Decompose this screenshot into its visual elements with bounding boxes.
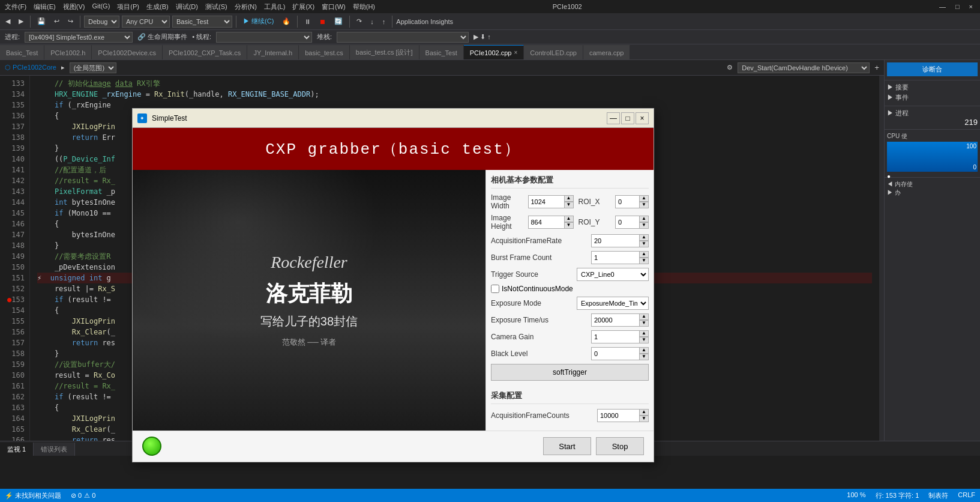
step-over-btn[interactable]: ↷ [353,15,365,28]
back-btn[interactable]: ◀ [2,15,13,28]
menu-window[interactable]: 窗口(W) [322,2,346,11]
spinner-down-black[interactable]: ▼ [639,354,649,360]
menu-analyze[interactable]: 分析(N) [235,2,257,11]
tab-basic-test-cs[interactable]: basic_test.cs [299,45,350,59]
spinner-down-roi-y[interactable]: ▼ [639,222,649,229]
input-burst[interactable] [591,251,639,264]
tab-basic-test-design[interactable]: basic_test.cs [设计] [350,45,419,59]
spinner-down-roi-x[interactable]: ▼ [639,202,649,208]
undo-btn[interactable]: ↩ [51,15,62,28]
bottom-tab-watch[interactable]: 监视 1 [0,443,34,456]
tab-jy-internal[interactable]: JY_Internal.h [247,45,299,59]
project-select[interactable]: Basic_Test [172,16,232,28]
label-burst: Burst Frame Count [491,253,591,262]
spinner-up-burst[interactable]: ▲ [639,251,649,258]
save-btn[interactable]: 💾 [34,15,49,28]
expand-btn[interactable]: + [874,63,879,72]
spinner-down-burst[interactable]: ▼ [639,258,649,264]
scroll-bar[interactable] [879,76,884,441]
menu-file[interactable]: 文件(F) [5,2,26,11]
diagnostic-summary[interactable]: ▶ 接要 [887,83,978,92]
stack-select[interactable] [337,32,469,43]
input-image-height[interactable] [528,216,564,229]
stop-btn[interactable]: Stop [596,437,644,455]
spinner-up-acq[interactable]: ▲ [639,409,649,416]
book-background: Rockefeller 洛克菲勒 写给儿子的38封信 范敬然 ── 译者 [133,170,485,431]
stop-btn[interactable]: ⏹ [316,15,329,28]
spinner-down-image-width[interactable]: ▼ [564,202,574,208]
tab-pcie-device[interactable]: PCIe1002Device.cs [92,45,163,59]
spinner-up-framerate[interactable]: ▲ [639,234,649,241]
spinner-up-roi-y[interactable]: ▲ [639,216,649,222]
function-select[interactable]: Dev_Start(CamDevHandle hDevice) [738,62,870,73]
step-out-btn[interactable]: ↑ [379,15,389,28]
input-acq-count[interactable] [597,409,639,422]
spinner-up-exposure[interactable]: ▲ [639,313,649,320]
tab-controlled[interactable]: ControlLED.cpp [524,45,583,59]
tab-pcie-h[interactable]: PCIe1002.h [44,45,92,59]
continue-btn[interactable]: ▶ 继续(C) [240,15,277,28]
pause-btn[interactable]: ⏸ [301,15,314,28]
maximize-btn[interactable]: □ [953,3,962,10]
tab-basic-test[interactable]: Basic_Test [0,45,44,59]
bottom-tab-errors[interactable]: 错误列表 [34,443,75,456]
spinner-up-black[interactable]: ▲ [639,347,649,354]
tab-basic-test-2[interactable]: Basic_Test [419,45,464,59]
tab-pcie1002-cpp[interactable]: PCIe1002.cpp × [464,45,525,59]
input-black-level[interactable] [591,347,639,360]
spinner-up-image-height[interactable]: ▲ [564,216,574,222]
spinner-down-exposure[interactable]: ▼ [639,320,649,327]
step-into-btn[interactable]: ↓ [367,15,377,28]
checkbox-continuous[interactable] [491,285,499,293]
start-btn[interactable]: Start [543,437,591,455]
select-exposure-mode[interactable]: ExposureMode_Tim▾ [577,297,649,310]
input-gain[interactable] [591,330,639,343]
tab-pcie-task[interactable]: PCIe1002_CXP_Task.cs [163,45,247,59]
input-image-width[interactable] [528,195,564,208]
hot-reload-btn[interactable]: 🔥 [279,15,293,28]
close-btn[interactable]: × [967,3,975,10]
menu-git[interactable]: Git(G) [92,2,110,11]
redo-btn[interactable]: ↪ [65,15,76,28]
spinner-up-image-width[interactable]: ▲ [564,195,574,202]
scope-select[interactable]: (全局范围) [70,62,116,73]
minimize-btn[interactable]: — [937,3,948,10]
input-exposure-time[interactable] [591,313,639,327]
menu-view[interactable]: 视图(V) [63,2,85,11]
dialog-maximize-btn[interactable]: □ [621,112,634,124]
forward-btn[interactable]: ▶ [16,15,26,28]
cpu-target-select[interactable]: Any CPU [122,16,170,28]
input-framerate[interactable] [591,234,639,247]
thread-select[interactable] [216,32,312,43]
soft-trigger-btn[interactable]: softTrigger [491,364,649,381]
dialog-minimize-btn[interactable]: — [607,112,620,124]
thread-label: • 线程: [192,32,211,41]
menu-project[interactable]: 项目(P) [117,2,139,11]
menu-debug[interactable]: 调试(D) [176,2,198,11]
spinner-down-framerate[interactable]: ▼ [639,241,649,247]
spinner-up-gain[interactable]: ▲ [639,330,649,337]
menu-help[interactable]: 帮助(H) [353,2,375,11]
spinner-up-roi-x[interactable]: ▲ [639,195,649,202]
book-title-en: Rockefeller [168,253,450,272]
menu-test[interactable]: 测试(S) [205,2,227,11]
diagnostic-events[interactable]: ▶ 事件 [887,93,978,102]
spinner-down-image-height[interactable]: ▼ [564,222,574,229]
menu-ext[interactable]: 扩展(X) [292,2,314,11]
menu-edit[interactable]: 编辑(E) [34,2,56,11]
cpu-bar-fill [887,142,978,172]
dialog-close-btn[interactable]: × [636,112,649,124]
restart-btn[interactable]: 🔄 [331,15,346,28]
input-roi-x[interactable] [615,195,639,208]
select-trigger-source[interactable]: CXP_Line0 Software External [577,268,649,281]
debug-mode-select[interactable]: Debug [84,16,119,28]
menu-tools[interactable]: 工具(L) [264,2,285,11]
spinner-down-gain[interactable]: ▼ [639,337,649,343]
input-roi-y[interactable] [615,216,639,229]
diagnostic-btn[interactable]: 诊断合 [887,62,978,76]
spinner-down-acq[interactable]: ▼ [639,416,649,422]
tab-camera[interactable]: camera.cpp [583,45,630,59]
menu-build[interactable]: 生成(B) [146,2,169,11]
tab-close-icon[interactable]: × [514,49,517,56]
process-select[interactable]: [0x4094] SimpleTest0.exe [25,32,133,43]
